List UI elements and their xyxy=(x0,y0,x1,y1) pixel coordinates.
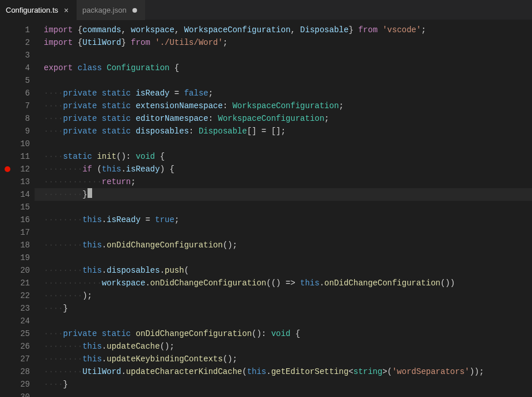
token-bool: false xyxy=(184,89,208,98)
code-line[interactable]: ········} xyxy=(35,188,532,201)
token-punct xyxy=(131,127,135,136)
token-punct: = xyxy=(140,215,155,224)
code-line[interactable]: import {UtilWord} from './Utils/Word'; xyxy=(35,36,532,49)
token-kw-mod: private xyxy=(63,101,97,110)
token-fn: onDidChangeConfiguration xyxy=(324,278,440,288)
code-line[interactable]: ····private static onDidChangeConfigurat… xyxy=(35,327,532,340)
token-punct: ( xyxy=(92,165,102,174)
line-number[interactable]: 1 xyxy=(0,24,35,36)
line-number[interactable]: 7 xyxy=(0,100,35,112)
whitespace: ···· xyxy=(44,152,63,161)
token-punct: . xyxy=(102,215,107,224)
token-this: this xyxy=(82,354,102,364)
code-line[interactable]: ············return; xyxy=(35,175,532,188)
line-number[interactable]: 21 xyxy=(0,277,35,289)
tab-label: Configuration.ts xyxy=(6,6,58,14)
line-number[interactable]: 24 xyxy=(0,315,35,327)
whitespace: ········ xyxy=(44,215,82,224)
line-number[interactable]: 4 xyxy=(0,62,35,74)
code-line[interactable] xyxy=(35,391,532,397)
token-bool: true xyxy=(155,215,174,224)
code-line[interactable]: ········this.onDidChangeConfiguration(); xyxy=(35,239,532,251)
editor[interactable]: 1234567891011121314151617181920212223242… xyxy=(0,20,532,397)
code-line[interactable]: ········); xyxy=(35,289,532,302)
code-area[interactable]: import {commands, workspace, WorkspaceCo… xyxy=(35,20,532,397)
code-line[interactable]: ········this.isReady = true; xyxy=(35,213,532,226)
code-line[interactable]: export class Configuration { xyxy=(35,62,532,74)
token-ident: isReady xyxy=(107,215,140,224)
line-number[interactable]: 18 xyxy=(0,239,35,251)
line-number[interactable]: 2 xyxy=(0,36,35,49)
token-punct: < xyxy=(348,367,353,376)
token-kw-import: from xyxy=(131,38,150,47)
token-fn: updateKeybindingContexts xyxy=(107,354,223,364)
line-number[interactable]: 16 xyxy=(0,213,35,226)
line-number[interactable]: 5 xyxy=(0,74,35,87)
line-number[interactable]: 27 xyxy=(0,353,35,365)
token-punct: { xyxy=(73,38,82,47)
line-number[interactable]: 17 xyxy=(0,226,35,239)
token-punct: : xyxy=(189,127,199,136)
line-number[interactable]: 9 xyxy=(0,125,35,138)
line-number[interactable]: 15 xyxy=(0,201,35,213)
line-number[interactable]: 8 xyxy=(0,112,35,125)
token-this: this xyxy=(82,215,102,224)
code-line[interactable]: ········this.disposables.push( xyxy=(35,264,532,277)
code-line[interactable]: ········if (this.isReady) { xyxy=(35,163,532,175)
line-number[interactable]: 11 xyxy=(0,150,35,163)
code-line[interactable]: ····private static extensionNamespace: W… xyxy=(35,100,532,112)
code-line[interactable] xyxy=(35,201,532,213)
code-line[interactable] xyxy=(35,315,532,327)
code-line[interactable]: ····private static disposables: Disposab… xyxy=(35,125,532,138)
token-this: this xyxy=(82,241,102,250)
code-line[interactable]: ····private static isReady = false; xyxy=(35,87,532,100)
line-number[interactable]: 22 xyxy=(0,289,35,302)
tab-bar: Configuration.ts×package.json xyxy=(0,0,532,20)
line-number[interactable]: 3 xyxy=(0,49,35,62)
token-fn: onDidChangeConfiguration xyxy=(150,278,267,288)
token-fn: init xyxy=(97,152,116,161)
close-icon[interactable]: × xyxy=(62,6,71,15)
code-line[interactable]: ····static init(): void { xyxy=(35,150,532,163)
code-line[interactable] xyxy=(35,49,532,62)
line-number[interactable]: 23 xyxy=(0,302,35,315)
token-ident: commands xyxy=(82,25,121,35)
code-line[interactable]: import {commands, workspace, WorkspaceCo… xyxy=(35,24,532,36)
token-punct: . xyxy=(102,241,107,250)
tab-configuration-ts[interactable]: Configuration.ts× xyxy=(0,0,77,20)
code-line[interactable]: ········this.updateCache(); xyxy=(35,340,532,353)
breakpoint-icon[interactable] xyxy=(5,166,10,172)
line-number[interactable]: 30 xyxy=(0,391,35,397)
token-fn: updateCache xyxy=(107,342,159,351)
token-kw-mod: static xyxy=(102,114,131,123)
code-line[interactable]: ········UtilWord.updateCharacterKindCach… xyxy=(35,365,532,378)
token-punct: = xyxy=(169,89,184,98)
line-number[interactable]: 29 xyxy=(0,378,35,391)
token-punct: } xyxy=(63,304,68,313)
code-line[interactable]: ····private static editorNamespace: Work… xyxy=(35,112,532,125)
line-number[interactable]: 6 xyxy=(0,87,35,100)
token-punct: . xyxy=(102,266,107,275)
whitespace: ···· xyxy=(44,114,63,123)
code-line[interactable] xyxy=(35,74,532,87)
code-line[interactable]: ········this.updateKeybindingContexts(); xyxy=(35,353,532,365)
line-number[interactable]: 28 xyxy=(0,365,35,378)
code-line[interactable]: ····} xyxy=(35,302,532,315)
token-punct: ; xyxy=(324,114,329,123)
line-number[interactable]: 26 xyxy=(0,340,35,353)
tab-package-json[interactable]: package.json xyxy=(77,0,145,20)
line-number[interactable]: 13 xyxy=(0,175,35,188)
code-line[interactable] xyxy=(35,226,532,239)
token-punct: ); xyxy=(82,291,92,300)
code-line[interactable] xyxy=(35,251,532,264)
code-line[interactable]: ············workspace.onDidChangeConfigu… xyxy=(35,277,532,289)
code-line[interactable]: ····} xyxy=(35,378,532,391)
token-kw-mod: private xyxy=(63,89,97,98)
token-kw-class: class xyxy=(78,63,102,72)
line-number[interactable]: 19 xyxy=(0,251,35,264)
line-number[interactable]: 20 xyxy=(0,264,35,277)
code-line[interactable] xyxy=(35,138,532,150)
line-number[interactable]: 14 xyxy=(0,188,35,201)
line-number[interactable]: 25 xyxy=(0,327,35,340)
line-number[interactable]: 10 xyxy=(0,138,35,150)
